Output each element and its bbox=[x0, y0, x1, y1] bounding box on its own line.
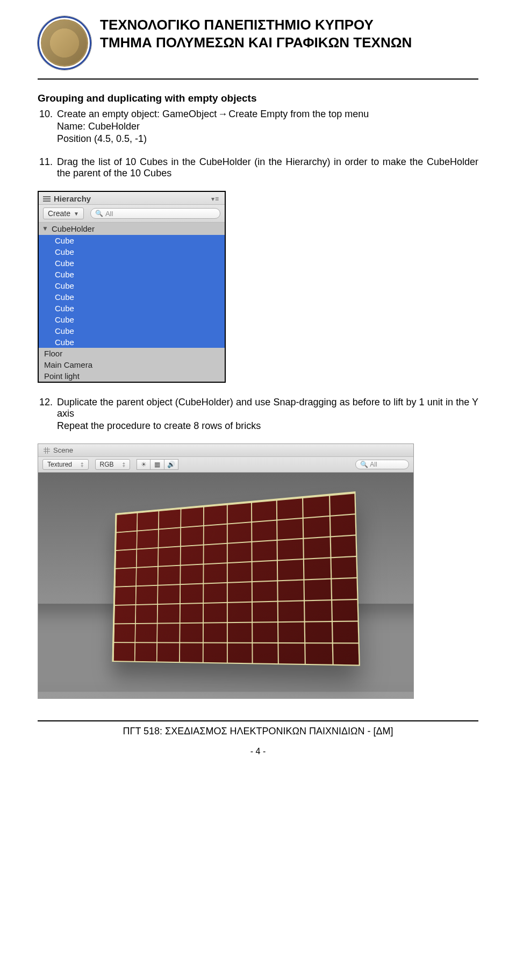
speaker-icon: 🔊 bbox=[167, 461, 175, 468]
step-number: 12. bbox=[38, 397, 53, 432]
university-logo bbox=[38, 16, 91, 70]
hierarchy-search[interactable]: 🔍 All bbox=[90, 208, 220, 219]
step-10-name: Name: CubeHolder bbox=[57, 121, 478, 132]
scene-light-toggle[interactable]: ☀ bbox=[137, 459, 150, 470]
hierarchy-item-cube[interactable]: Cube bbox=[39, 314, 225, 325]
hierarchy-item-cube[interactable]: Cube bbox=[39, 337, 225, 348]
step-12-text: Duplicate the parent object (CubeHolder)… bbox=[57, 397, 478, 419]
step-11: 11. Drag the list of 10 Cubes in the Cub… bbox=[38, 156, 478, 179]
hierarchy-item-cube[interactable]: Cube bbox=[39, 269, 225, 280]
course-footer: ΠΓΤ 518: ΣΧΕΔΙΑΣΜΟΣ ΗΛΕΚΤΡΟΝΙΚΩΝ ΠΑΙΧΝΙΔ… bbox=[38, 726, 478, 737]
scene-viewport[interactable] bbox=[38, 473, 413, 698]
hierarchy-item-cube[interactable]: Cube bbox=[39, 257, 225, 269]
scene-fx-toggle[interactable]: ▦ bbox=[150, 459, 164, 470]
step-10-text-a: Create an empty object: GameObject bbox=[57, 109, 217, 119]
scene-search[interactable]: 🔍 All bbox=[355, 460, 409, 469]
hierarchy-parent-label: CubeHolder bbox=[52, 224, 95, 233]
brick-wall bbox=[112, 491, 360, 666]
scene-title: Scene bbox=[53, 446, 73, 454]
arrow-icon: → bbox=[217, 109, 228, 120]
rendermode-dropdown[interactable]: RGB ‡ bbox=[95, 459, 131, 470]
step-10: 10. Create an empty object: GameObject→C… bbox=[38, 109, 478, 145]
scene-screenshot: Scene Textured ‡ RGB ‡ ☀ ▦ 🔊 bbox=[38, 443, 478, 699]
hierarchy-item-cube[interactable]: Cube bbox=[39, 303, 225, 314]
search-icon: 🔍 bbox=[95, 210, 103, 217]
hierarchy-item-cube[interactable]: Cube bbox=[39, 235, 225, 246]
shading-label: Textured bbox=[47, 461, 72, 468]
page-number: - 4 - bbox=[38, 747, 478, 756]
rendermode-label: RGB bbox=[100, 461, 114, 468]
section-title: Grouping and duplicating with empty obje… bbox=[38, 92, 478, 104]
scene-search-placeholder: All bbox=[370, 461, 377, 468]
footer-divider bbox=[38, 720, 478, 721]
step-number: 11. bbox=[38, 156, 53, 179]
sun-icon: ☀ bbox=[141, 461, 147, 468]
step-number: 10. bbox=[38, 109, 53, 145]
scene-icon bbox=[44, 447, 50, 454]
panel-menu-icon[interactable]: ▾≡ bbox=[211, 195, 219, 203]
dropdown-icon: ‡ bbox=[123, 462, 126, 468]
create-button[interactable]: Create ▼ bbox=[43, 208, 84, 219]
hierarchy-item-point-light[interactable]: Point light bbox=[39, 370, 225, 382]
create-label: Create bbox=[48, 209, 70, 218]
hierarchy-item-cube[interactable]: Cube bbox=[39, 246, 225, 257]
search-icon: 🔍 bbox=[360, 461, 368, 468]
step-10-position: Position (4.5, 0.5, -1) bbox=[57, 133, 478, 145]
step-12: 12. Duplicate the parent object (CubeHol… bbox=[38, 397, 478, 432]
hierarchy-item-cube[interactable]: Cube bbox=[39, 280, 225, 291]
search-placeholder: All bbox=[105, 210, 113, 218]
panel-title: Hierarchy bbox=[54, 194, 91, 203]
hierarchy-screenshot: Hierarchy ▾≡ Create ▼ 🔍 All ▼ CubeHolder bbox=[38, 191, 478, 383]
foldout-icon[interactable]: ▼ bbox=[42, 225, 48, 232]
org-title-1: ΤΕΧΝΟΛΟΓΙΚΟ ΠΑΝΕΠΙΣΤΗΜΙΟ ΚΥΠΡΟΥ bbox=[100, 16, 412, 34]
scene-audio-toggle[interactable]: 🔊 bbox=[164, 459, 178, 470]
document-header: ΤΕΧΝΟΛΟΓΙΚΟ ΠΑΝΕΠΙΣΤΗΜΙΟ ΚΥΠΡΟΥ ΤΜΗΜΑ ΠΟ… bbox=[38, 16, 478, 70]
hierarchy-item-cubeholder[interactable]: ▼ CubeHolder bbox=[39, 223, 225, 235]
header-divider bbox=[38, 78, 478, 80]
org-title-2: ΤΜΗΜΑ ΠΟΛΥΜΕΣΩΝ ΚΑΙ ΓΡΑΦΙΚΩΝ ΤΕΧΝΩΝ bbox=[100, 34, 412, 52]
hierarchy-item-floor[interactable]: Floor bbox=[39, 348, 225, 359]
hierarchy-icon bbox=[43, 196, 51, 202]
step-10-text-b: Create Empty from the top menu bbox=[228, 109, 369, 119]
caret-down-icon: ▼ bbox=[74, 211, 79, 217]
hierarchy-item-cube[interactable]: Cube bbox=[39, 325, 225, 337]
dropdown-icon: ‡ bbox=[81, 462, 84, 468]
shading-dropdown[interactable]: Textured ‡ bbox=[42, 459, 89, 470]
step-11-text: Drag the list of 10 Cubes in the CubeHol… bbox=[57, 156, 478, 179]
hierarchy-item-main-camera[interactable]: Main Camera bbox=[39, 359, 225, 370]
hierarchy-item-cube[interactable]: Cube bbox=[39, 291, 225, 303]
step-12-repeat: Repeat the procedure to create 8 rows of… bbox=[57, 420, 478, 432]
image-icon: ▦ bbox=[154, 461, 160, 468]
